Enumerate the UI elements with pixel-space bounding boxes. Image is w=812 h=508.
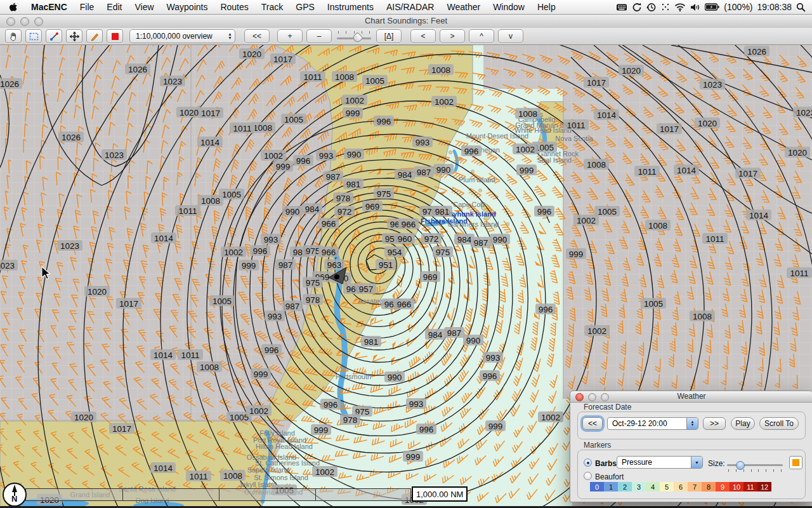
menu-item-instruments[interactable]: Instruments (321, 1, 380, 13)
size-slider-thumb[interactable] (736, 461, 745, 470)
sync-icon[interactable] (632, 3, 642, 12)
pressure-label: 1011 (563, 119, 589, 130)
marker-type-popup[interactable]: Pressure ▼ (617, 456, 703, 469)
spotlight-icon[interactable] (796, 3, 806, 12)
battery-icon[interactable] (705, 3, 719, 11)
menu-item-file[interactable]: File (74, 1, 101, 13)
forecast-next-button[interactable]: >> (703, 417, 726, 430)
menu-item-track[interactable]: Track (255, 1, 289, 13)
barbs-radio[interactable] (584, 458, 592, 467)
route-tool[interactable] (46, 29, 62, 43)
size-slider[interactable] (727, 461, 783, 471)
menu-item-routes[interactable]: Routes (214, 1, 254, 13)
pressure-label: 975 (303, 277, 323, 288)
menu-item-aisradar[interactable]: AIS/RADAR (380, 1, 440, 13)
svg-text:1020: 1020 (788, 148, 807, 157)
svg-text:Hilton Head Island: Hilton Head Island (256, 443, 313, 450)
svg-text:1017: 1017 (119, 299, 138, 309)
zoom-in-button[interactable]: + (277, 29, 303, 43)
stepper-arrows-icon: ▲▼ (686, 418, 698, 429)
back-button[interactable]: << (244, 29, 270, 43)
svg-text:1002: 1002 (541, 413, 560, 422)
window-title-bar: Chart Soundings: Feet (0, 14, 812, 29)
pressure-label: 987 (414, 166, 434, 177)
play-button[interactable]: Play (731, 417, 755, 430)
menu-item-weather[interactable]: Weather (440, 1, 487, 13)
svg-text:1014: 1014 (154, 464, 173, 473)
menu-item-macenc[interactable]: MacENC (25, 1, 74, 13)
zoom-slider[interactable] (337, 30, 371, 42)
pressure-label: 1002 (261, 150, 286, 161)
pressure-label: 1026 (58, 131, 84, 142)
svg-text:1008: 1008 (335, 72, 354, 82)
svg-text:963: 963 (327, 260, 342, 270)
time-machine-icon[interactable] (646, 3, 657, 12)
chart-scale-popup[interactable]: 1:10,000,000 overview ▲▼ (129, 29, 235, 43)
svg-text:993: 993 (264, 235, 278, 244)
svg-text:1026: 1026 (128, 65, 147, 74)
move-tool[interactable] (66, 29, 82, 43)
pressure-label: 1005 (281, 114, 306, 124)
menu-item-view[interactable]: View (128, 1, 160, 13)
pencil-tool[interactable] (86, 29, 103, 43)
pressure-label: 1008 (690, 311, 715, 321)
menu-item-edit[interactable]: Edit (100, 1, 128, 13)
menu-clock[interactable]: 19:08:38 (757, 2, 792, 12)
svg-text:999: 999 (569, 250, 584, 259)
forecast-date-label: Forecast Date (584, 403, 631, 411)
weather-panel-title-bar[interactable]: Weather (570, 391, 812, 403)
barb-color-swatch[interactable] (789, 456, 802, 469)
zoom-out-button[interactable]: – (306, 29, 332, 43)
menu-item-waypoints[interactable]: Waypoints (160, 1, 214, 13)
barbs-radio-label[interactable]: Barbs (595, 459, 617, 468)
svg-text:1014: 1014 (154, 351, 173, 360)
volume-icon[interactable] (690, 3, 700, 11)
dots-icon[interactable] (661, 3, 670, 11)
pressure-label: 1011 (178, 349, 203, 360)
menu-item-gps[interactable]: GPS (289, 1, 321, 13)
window-title: Chart Soundings: Feet (0, 16, 812, 25)
beaufort-radio[interactable] (584, 472, 592, 480)
forecast-prev-button[interactable]: << (582, 417, 603, 430)
beaufort-radio-label[interactable]: Beaufort (595, 472, 624, 481)
svg-text:1014: 1014 (154, 234, 174, 243)
svg-text:Nova Scotia: Nova Scotia (555, 135, 593, 142)
scroll-to-button[interactable]: Scroll To (759, 417, 799, 430)
pressure-label: 1002 (538, 411, 563, 422)
svg-text:972: 972 (424, 234, 439, 244)
pressure-label: 1011 (702, 233, 728, 244)
svg-text:1011: 1011 (705, 234, 724, 244)
wifi-icon[interactable] (674, 3, 686, 11)
svg-text:1008: 1008 (587, 160, 606, 170)
menu-item-window[interactable]: Window (487, 1, 531, 13)
pan-down-button[interactable]: v (498, 29, 523, 43)
zoom-slider-thumb[interactable] (351, 32, 363, 43)
keyboard-icon[interactable] (616, 3, 627, 11)
svg-text:1017: 1017 (273, 55, 292, 64)
delta-button[interactable]: [Δ] (376, 29, 402, 43)
svg-text:996: 996 (483, 371, 497, 381)
pan-up-button[interactable]: ^ (469, 29, 494, 43)
record-button[interactable] (107, 29, 123, 43)
menu-item-help[interactable]: Help (531, 1, 562, 13)
marquee-select-tool[interactable] (25, 29, 42, 43)
pressure-label: 966 (318, 246, 339, 257)
svg-text:996: 996 (537, 207, 552, 217)
pan-left-button[interactable]: < (410, 29, 436, 43)
forecast-date-popup[interactable]: Oct-29-12 20:00 ▲▼ (607, 417, 698, 430)
pan-hand-tool[interactable] (5, 29, 22, 43)
pressure-label: 1020 (695, 117, 720, 128)
svg-text:1002: 1002 (577, 216, 596, 225)
pan-right-button[interactable]: > (440, 29, 465, 43)
apple-menu-icon[interactable] (0, 3, 25, 12)
svg-text:1005: 1005 (222, 190, 241, 199)
svg-text:972: 972 (337, 207, 352, 217)
swatch-color (792, 459, 799, 466)
svg-text:990: 990 (493, 235, 508, 244)
svg-text:1002: 1002 (315, 467, 334, 477)
dropdown-arrow-icon: ▼ (691, 457, 702, 468)
svg-text:1008: 1008 (253, 123, 272, 133)
pressure-label: 996 (250, 245, 270, 256)
pressure-label: 1023 (0, 260, 18, 271)
svg-text:987: 987 (326, 172, 341, 182)
